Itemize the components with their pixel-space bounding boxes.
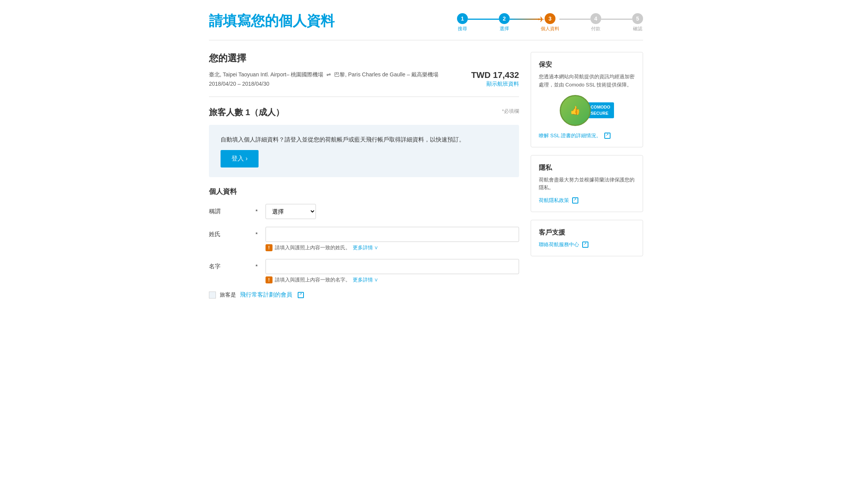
last-name-hint-icon: !	[266, 244, 273, 251]
autofill-box: 自動填入個人詳細資料？請登入並從您的荷航帳戶或藍天飛行帳戶取得詳細資料，以快速預…	[209, 125, 519, 178]
last-name-control: ! 請填入與護照上內容一致的姓氏。 更多詳情 ∨	[266, 227, 519, 251]
step-1-number: 1	[457, 13, 468, 24]
step-3: 3 個人資料	[541, 13, 559, 32]
last-name-hint-text: 請填入與護照上內容一致的姓氏。	[275, 244, 350, 251]
step-4-label: 付款	[591, 26, 600, 32]
route-icon: ⇌	[326, 71, 331, 78]
comodo-text-box: COMODO SECURE	[587, 102, 614, 118]
frequent-flyer-link[interactable]: 飛行常客計劃的會員	[240, 291, 292, 299]
first-name-control: ! 請填入與護照上內容一致的名字。 更多詳情 ∨	[266, 259, 519, 283]
main-layout: 您的選擇 臺北, Taipei Taoyuan Intl. Airport– 桃…	[209, 52, 643, 306]
step-3-number: 3	[545, 13, 555, 24]
personal-info-section: 個人資料 稱謂 * 選擇 先生 女士	[209, 187, 519, 283]
privacy-link[interactable]: 荷航隱私政策	[539, 197, 578, 204]
step-4-number: 4	[590, 13, 601, 24]
progress-stepper: 1 搜尋 2 選擇 ✈ 3 個人資料 4 付款	[457, 13, 643, 32]
connector-1-2	[468, 19, 499, 20]
first-name-required: *	[255, 259, 258, 269]
comodo-label-1: COMODO	[591, 104, 611, 110]
support-link[interactable]: 聯絡荷航服務中心	[539, 241, 588, 248]
comodo-label-2: SECURE	[591, 110, 611, 116]
step-2: 2 選擇	[499, 13, 510, 32]
last-name-label: 姓氏	[209, 227, 255, 238]
salutation-required: *	[255, 204, 258, 214]
security-card: 保安 您透過本網站向荷航提供的資訊均經過加密處理，並由 Comodo SSL 技…	[531, 52, 643, 147]
frequent-flyer-row: 旅客是 飛行常客計劃的會員	[209, 291, 519, 299]
step-3-label: 個人資料	[541, 26, 559, 32]
salutation-select[interactable]: 選擇 先生 女士	[266, 204, 316, 219]
comodo-circle: 👍	[560, 95, 591, 126]
choice-price: TWD 17,432 顯示航班資料	[471, 70, 519, 88]
security-text: 您透過本網站向荷航提供的資訊均經過加密處理，並由 Comodo SSL 技術提供…	[539, 73, 635, 89]
step-5-label: 確認	[633, 26, 642, 32]
first-name-hint: ! 請填入與護照上內容一致的名字。 更多詳情 ∨	[266, 276, 519, 283]
privacy-external-icon	[572, 197, 578, 204]
passenger-title: 旅客人數 1（成人）	[209, 107, 284, 118]
your-choice-section: 您的選擇 臺北, Taipei Taoyuan Intl. Airport– 桃…	[209, 52, 519, 97]
first-name-hint-text: 請填入與護照上內容一致的名字。	[275, 276, 350, 283]
price-amount: TWD 17,432	[471, 70, 519, 80]
last-name-hint: ! 請填入與護照上內容一致的姓氏。 更多詳情 ∨	[266, 244, 519, 251]
step-1: 1 搜尋	[457, 13, 468, 32]
first-name-input[interactable]	[266, 259, 519, 274]
privacy-title: 隱私	[539, 163, 635, 172]
connector-3-4	[559, 19, 590, 20]
personal-info-title: 個人資料	[209, 187, 519, 196]
step-5: 5 確認	[632, 13, 643, 32]
page-title: 請填寫您的個人資料	[209, 12, 335, 31]
frequent-flyer-checkbox[interactable]	[209, 292, 216, 299]
frequent-flyer-external-icon[interactable]	[298, 292, 304, 298]
salutation-label: 稱謂	[209, 204, 255, 215]
page-header: 請填寫您的個人資料 1 搜尋 2 選擇 ✈ 3 個人資料	[209, 12, 643, 40]
route-line: 臺北, Taipei Taoyuan Intl. Airport– 桃園國際機場…	[209, 70, 438, 79]
support-link-text: 聯絡荷航服務中心	[539, 241, 579, 248]
frequent-flyer-label: 旅客是	[220, 292, 236, 299]
step-2-label: 選擇	[500, 26, 509, 32]
dates-text: 2018/04/20 – 2018/04/30	[209, 79, 438, 89]
comodo-thumb-icon: 👍	[570, 105, 580, 116]
step-1-label: 搜尋	[458, 26, 467, 32]
support-external-icon	[582, 242, 588, 248]
required-note: *必填欄	[502, 108, 519, 115]
comodo-badge: 👍 COMODO SECURE	[539, 95, 635, 126]
ssl-external-icon	[604, 133, 611, 139]
last-name-required: *	[255, 227, 258, 237]
first-name-more-link[interactable]: 更多詳情 ∨	[353, 276, 379, 283]
last-name-input[interactable]	[266, 227, 519, 242]
connector-2-3: ✈	[510, 19, 541, 20]
step-2-number: 2	[499, 13, 510, 24]
support-title: 客戶支援	[539, 228, 635, 237]
login-button[interactable]: 登入 ›	[221, 150, 259, 167]
comodo-inner: 👍	[570, 105, 580, 116]
step-4: 4 付款	[590, 13, 601, 32]
show-flight-link[interactable]: 顯示航班資料	[486, 81, 519, 87]
passenger-section: 旅客人數 1（成人） *必填欄 自動填入個人詳細資料？請登入並從您的荷航帳戶或藍…	[209, 107, 519, 299]
salutation-row: 稱謂 * 選擇 先生 女士	[209, 204, 519, 219]
support-card: 客戶支援 聯絡荷航服務中心	[531, 220, 643, 256]
security-title: 保安	[539, 60, 635, 69]
comodo-wrapper: 👍 COMODO SECURE	[560, 95, 614, 126]
connector-4-5	[601, 19, 632, 20]
choice-box: 臺北, Taipei Taoyuan Intl. Airport– 桃園國際機場…	[209, 70, 519, 97]
login-button-label: 登入 ›	[231, 155, 248, 163]
salutation-control: 選擇 先生 女士	[266, 204, 519, 219]
ssl-link-text: 瞭解 SSL 證書的詳細情況。	[539, 132, 601, 139]
sidebar: 保安 您透過本網站向荷航提供的資訊均經過加密處理，並由 Comodo SSL 技…	[531, 52, 643, 306]
last-name-row: 姓氏 * ! 請填入與護照上內容一致的姓氏。 更多詳情 ∨	[209, 227, 519, 251]
step-5-number: 5	[632, 13, 643, 24]
privacy-text: 荷航會盡最大努力並根據荷蘭法律保護您的隱私。	[539, 176, 635, 192]
main-content: 您的選擇 臺北, Taipei Taoyuan Intl. Airport– 桃…	[209, 52, 519, 306]
first-name-label: 名字	[209, 259, 255, 270]
first-name-hint-icon: !	[266, 276, 273, 283]
privacy-link-text: 荷航隱私政策	[539, 197, 569, 204]
first-name-row: 名字 * ! 請填入與護照上內容一致的名字。 更多詳情 ∨	[209, 259, 519, 283]
origin-text: 臺北, Taipei Taoyuan Intl. Airport– 桃園國際機場	[209, 71, 323, 78]
your-choice-title: 您的選擇	[209, 52, 519, 64]
choice-info: 臺北, Taipei Taoyuan Intl. Airport– 桃園國際機場…	[209, 70, 438, 89]
autofill-text: 自動填入個人詳細資料？請登入並從您的荷航帳戶或藍天飛行帳戶取得詳細資料，以快速預…	[221, 135, 507, 145]
privacy-card: 隱私 荷航會盡最大努力並根據荷蘭法律保護您的隱私。 荷航隱私政策	[531, 155, 643, 212]
last-name-more-link[interactable]: 更多詳情 ∨	[353, 244, 379, 251]
ssl-link[interactable]: 瞭解 SSL 證書的詳細情況。	[539, 132, 611, 139]
destination-text: 巴黎, Paris Charles de Gaulle – 戴高樂機場	[334, 71, 438, 78]
